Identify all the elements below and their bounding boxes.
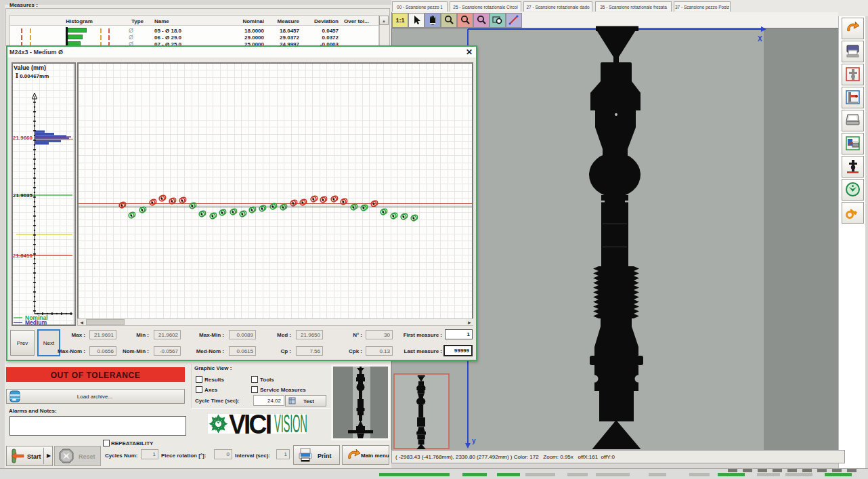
svg-text:X: X [758, 35, 762, 43]
svg-text:Medium: Medium [25, 319, 47, 325]
svg-text:21.9660: 21.9660 [13, 135, 32, 141]
svg-text:21.9035: 21.9035 [13, 192, 32, 199]
svg-text:y: y [472, 437, 476, 444]
svg-text:21.8410: 21.8410 [13, 253, 32, 259]
